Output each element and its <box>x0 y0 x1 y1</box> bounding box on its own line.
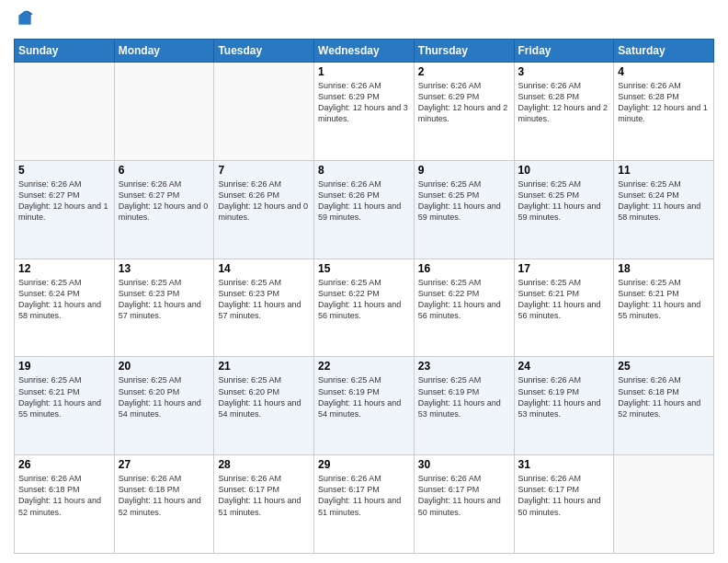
day-info: Sunrise: 6:25 AM Sunset: 6:25 PM Dayligh… <box>418 178 510 224</box>
day-info: Sunrise: 6:26 AM Sunset: 6:28 PM Dayligh… <box>618 80 710 125</box>
day-number: 7 <box>218 164 310 177</box>
calendar-cell: 22Sunrise: 6:25 AM Sunset: 6:19 PM Dayli… <box>314 357 415 455</box>
page: SundayMondayTuesdayWednesdayThursdayFrid… <box>0 0 728 563</box>
calendar-cell: 5Sunrise: 6:26 AM Sunset: 6:27 PM Daylig… <box>15 160 115 259</box>
day-info: Sunrise: 6:25 AM Sunset: 6:23 PM Dayligh… <box>119 277 210 322</box>
day-number: 1 <box>318 65 410 78</box>
calendar-cell: 13Sunrise: 6:25 AM Sunset: 6:23 PM Dayli… <box>114 259 214 357</box>
day-number: 28 <box>218 458 310 471</box>
day-number: 24 <box>518 360 610 373</box>
day-info: Sunrise: 6:26 AM Sunset: 6:18 PM Dayligh… <box>618 374 710 419</box>
day-info: Sunrise: 6:26 AM Sunset: 6:19 PM Dayligh… <box>518 374 610 419</box>
weekday-header-wednesday: Wednesday <box>314 40 415 63</box>
calendar-cell: 27Sunrise: 6:26 AM Sunset: 6:18 PM Dayli… <box>114 455 214 554</box>
day-number: 9 <box>418 164 510 177</box>
calendar-cell: 23Sunrise: 6:25 AM Sunset: 6:19 PM Dayli… <box>414 357 514 455</box>
calendar-cell: 7Sunrise: 6:26 AM Sunset: 6:26 PM Daylig… <box>214 160 314 259</box>
day-number: 13 <box>119 262 210 275</box>
calendar-cell: 30Sunrise: 6:26 AM Sunset: 6:17 PM Dayli… <box>414 455 514 554</box>
day-info: Sunrise: 6:25 AM Sunset: 6:23 PM Dayligh… <box>218 277 310 322</box>
day-number: 21 <box>218 360 310 373</box>
weekday-header-thursday: Thursday <box>414 40 514 63</box>
day-number: 19 <box>18 360 110 373</box>
day-info: Sunrise: 6:26 AM Sunset: 6:29 PM Dayligh… <box>418 80 510 125</box>
day-number: 23 <box>418 360 510 373</box>
calendar-cell <box>214 63 314 161</box>
week-row-5: 26Sunrise: 6:26 AM Sunset: 6:18 PM Dayli… <box>15 455 714 554</box>
day-info: Sunrise: 6:26 AM Sunset: 6:17 PM Dayligh… <box>318 473 410 518</box>
day-info: Sunrise: 6:26 AM Sunset: 6:17 PM Dayligh… <box>418 473 510 518</box>
calendar-cell: 14Sunrise: 6:25 AM Sunset: 6:23 PM Dayli… <box>214 259 314 357</box>
day-info: Sunrise: 6:25 AM Sunset: 6:25 PM Dayligh… <box>518 178 610 224</box>
day-info: Sunrise: 6:25 AM Sunset: 6:22 PM Dayligh… <box>418 277 510 322</box>
calendar-cell: 16Sunrise: 6:25 AM Sunset: 6:22 PM Dayli… <box>414 259 514 357</box>
calendar-cell: 4Sunrise: 6:26 AM Sunset: 6:28 PM Daylig… <box>614 63 714 161</box>
day-info: Sunrise: 6:26 AM Sunset: 6:27 PM Dayligh… <box>119 178 210 224</box>
week-row-3: 12Sunrise: 6:25 AM Sunset: 6:24 PM Dayli… <box>15 259 714 357</box>
day-number: 30 <box>418 458 510 471</box>
calendar-cell: 10Sunrise: 6:25 AM Sunset: 6:25 PM Dayli… <box>514 160 614 259</box>
day-number: 2 <box>418 65 510 78</box>
calendar-cell: 28Sunrise: 6:26 AM Sunset: 6:17 PM Dayli… <box>214 455 314 554</box>
day-number: 18 <box>618 262 710 275</box>
calendar-cell: 31Sunrise: 6:26 AM Sunset: 6:17 PM Dayli… <box>514 455 614 554</box>
weekday-header-row: SundayMondayTuesdayWednesdayThursdayFrid… <box>15 40 714 63</box>
day-info: Sunrise: 6:25 AM Sunset: 6:24 PM Dayligh… <box>18 277 110 322</box>
calendar-cell: 25Sunrise: 6:26 AM Sunset: 6:18 PM Dayli… <box>614 357 714 455</box>
day-number: 15 <box>318 262 410 275</box>
day-number: 17 <box>518 262 610 275</box>
calendar-cell: 3Sunrise: 6:26 AM Sunset: 6:28 PM Daylig… <box>514 63 614 161</box>
day-info: Sunrise: 6:25 AM Sunset: 6:21 PM Dayligh… <box>618 277 710 322</box>
day-number: 14 <box>218 262 310 275</box>
week-row-4: 19Sunrise: 6:25 AM Sunset: 6:21 PM Dayli… <box>15 357 714 455</box>
calendar-cell: 9Sunrise: 6:25 AM Sunset: 6:25 PM Daylig… <box>414 160 514 259</box>
calendar-cell: 6Sunrise: 6:26 AM Sunset: 6:27 PM Daylig… <box>114 160 214 259</box>
day-number: 25 <box>618 360 710 373</box>
day-info: Sunrise: 6:26 AM Sunset: 6:26 PM Dayligh… <box>318 178 410 224</box>
day-info: Sunrise: 6:26 AM Sunset: 6:18 PM Dayligh… <box>119 473 210 518</box>
calendar-cell: 15Sunrise: 6:25 AM Sunset: 6:22 PM Dayli… <box>314 259 415 357</box>
calendar-cell: 24Sunrise: 6:26 AM Sunset: 6:19 PM Dayli… <box>514 357 614 455</box>
day-info: Sunrise: 6:26 AM Sunset: 6:28 PM Dayligh… <box>518 80 610 125</box>
day-number: 20 <box>119 360 210 373</box>
day-info: Sunrise: 6:25 AM Sunset: 6:21 PM Dayligh… <box>518 277 610 322</box>
weekday-header-saturday: Saturday <box>614 40 714 63</box>
day-number: 26 <box>18 458 110 471</box>
day-info: Sunrise: 6:25 AM Sunset: 6:20 PM Dayligh… <box>218 374 310 419</box>
day-number: 3 <box>518 65 610 78</box>
day-number: 12 <box>18 262 110 275</box>
day-number: 22 <box>318 360 410 373</box>
day-number: 5 <box>18 164 110 177</box>
day-number: 27 <box>119 458 210 471</box>
header <box>14 9 714 31</box>
calendar-cell: 20Sunrise: 6:25 AM Sunset: 6:20 PM Dayli… <box>114 357 214 455</box>
calendar-cell: 21Sunrise: 6:25 AM Sunset: 6:20 PM Dayli… <box>214 357 314 455</box>
calendar-cell: 29Sunrise: 6:26 AM Sunset: 6:17 PM Dayli… <box>314 455 415 554</box>
day-info: Sunrise: 6:25 AM Sunset: 6:24 PM Dayligh… <box>618 178 710 224</box>
calendar-cell: 18Sunrise: 6:25 AM Sunset: 6:21 PM Dayli… <box>614 259 714 357</box>
weekday-header-tuesday: Tuesday <box>214 40 314 63</box>
week-row-1: 1Sunrise: 6:26 AM Sunset: 6:29 PM Daylig… <box>15 63 714 161</box>
calendar-cell: 17Sunrise: 6:25 AM Sunset: 6:21 PM Dayli… <box>514 259 614 357</box>
day-number: 6 <box>119 164 210 177</box>
day-number: 29 <box>318 458 410 471</box>
day-info: Sunrise: 6:26 AM Sunset: 6:27 PM Dayligh… <box>18 178 110 224</box>
day-info: Sunrise: 6:25 AM Sunset: 6:19 PM Dayligh… <box>318 374 410 419</box>
day-number: 31 <box>518 458 610 471</box>
day-info: Sunrise: 6:25 AM Sunset: 6:19 PM Dayligh… <box>418 374 510 419</box>
day-number: 10 <box>518 164 610 177</box>
day-number: 8 <box>318 164 410 177</box>
calendar-cell: 8Sunrise: 6:26 AM Sunset: 6:26 PM Daylig… <box>314 160 415 259</box>
day-info: Sunrise: 6:25 AM Sunset: 6:21 PM Dayligh… <box>18 374 110 419</box>
day-info: Sunrise: 6:26 AM Sunset: 6:17 PM Dayligh… <box>218 473 310 518</box>
calendar-cell: 19Sunrise: 6:25 AM Sunset: 6:21 PM Dayli… <box>15 357 115 455</box>
calendar-cell: 2Sunrise: 6:26 AM Sunset: 6:29 PM Daylig… <box>414 63 514 161</box>
weekday-header-monday: Monday <box>114 40 214 63</box>
day-info: Sunrise: 6:26 AM Sunset: 6:18 PM Dayligh… <box>18 473 110 518</box>
calendar-cell: 11Sunrise: 6:25 AM Sunset: 6:24 PM Dayli… <box>614 160 714 259</box>
calendar-cell <box>614 455 714 554</box>
day-number: 11 <box>618 164 710 177</box>
day-info: Sunrise: 6:26 AM Sunset: 6:29 PM Dayligh… <box>318 80 410 125</box>
calendar-cell: 1Sunrise: 6:26 AM Sunset: 6:29 PM Daylig… <box>314 63 415 161</box>
day-info: Sunrise: 6:26 AM Sunset: 6:26 PM Dayligh… <box>218 178 310 224</box>
